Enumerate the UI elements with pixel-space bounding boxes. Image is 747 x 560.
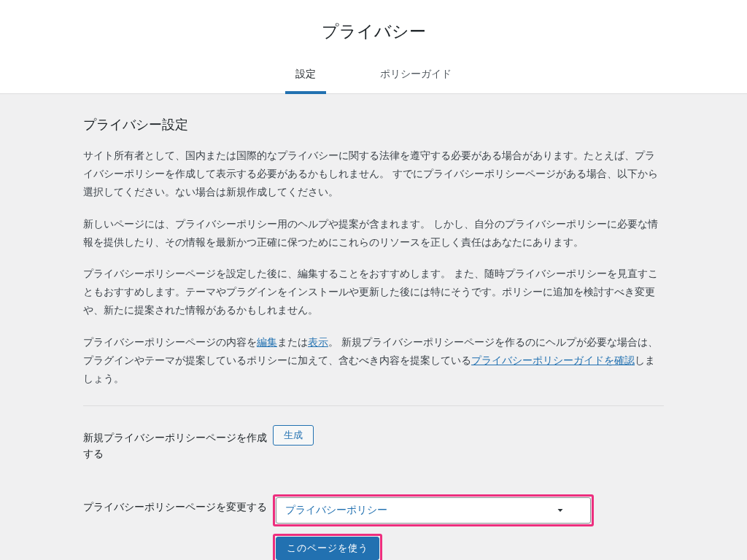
divider <box>83 405 664 406</box>
tab-policy-guide[interactable]: ポリシーガイド <box>370 61 462 94</box>
intro-paragraph-1: サイト所有者として、国内または国際的なプライバシーに関する法律を遵守する必要があ… <box>83 147 664 202</box>
change-page-label: プライバシーポリシーページを変更する <box>83 494 273 515</box>
use-this-page-button[interactable]: このページを使う <box>276 537 379 560</box>
create-page-label: 新規プライバシーポリシーページを作成する <box>83 425 273 462</box>
intro-paragraph-3: プライバシーポリシーページを設定した後に、編集することをおすすめします。 また、… <box>83 265 664 320</box>
p4-text-2: または <box>277 336 308 348</box>
create-button[interactable]: 生成 <box>273 425 314 446</box>
content: プライバシー設定 サイト所有者として、国内または国際的なプライバシーに関する法律… <box>60 94 687 560</box>
view-link[interactable]: 表示 <box>308 336 328 348</box>
intro-paragraph-2: 新しいページには、プライバシーポリシー用のヘルプや提案が含まれます。 しかし、自… <box>83 215 664 252</box>
chevron-down-icon <box>555 505 565 516</box>
page-title: プライバシー <box>0 20 747 43</box>
intro-paragraph-4: プライバシーポリシーページの内容を編集または表示。 新規プライバシーポリシーペー… <box>83 333 664 389</box>
select-value: プライバシーポリシー <box>285 504 387 517</box>
change-page-row: プライバシーポリシーページを変更する プライバシーポリシー このページを使う <box>83 494 664 560</box>
tab-nav: 設定 ポリシーガイド <box>0 61 747 93</box>
highlight-select: プライバシーポリシー <box>273 494 594 526</box>
edit-link[interactable]: 編集 <box>257 336 277 348</box>
highlight-button: このページを使う <box>273 534 382 560</box>
create-page-row: 新規プライバシーポリシーページを作成する 生成 <box>83 425 664 462</box>
tab-settings[interactable]: 設定 <box>285 61 326 94</box>
p4-text-1: プライバシーポリシーページの内容を <box>83 336 257 348</box>
guide-link[interactable]: プライバシーポリシーガイドを確認 <box>471 354 635 366</box>
section-heading: プライバシー設定 <box>83 116 664 133</box>
page-header: プライバシー 設定 ポリシーガイド <box>0 0 747 94</box>
privacy-page-select[interactable]: プライバシーポリシー <box>276 497 591 524</box>
